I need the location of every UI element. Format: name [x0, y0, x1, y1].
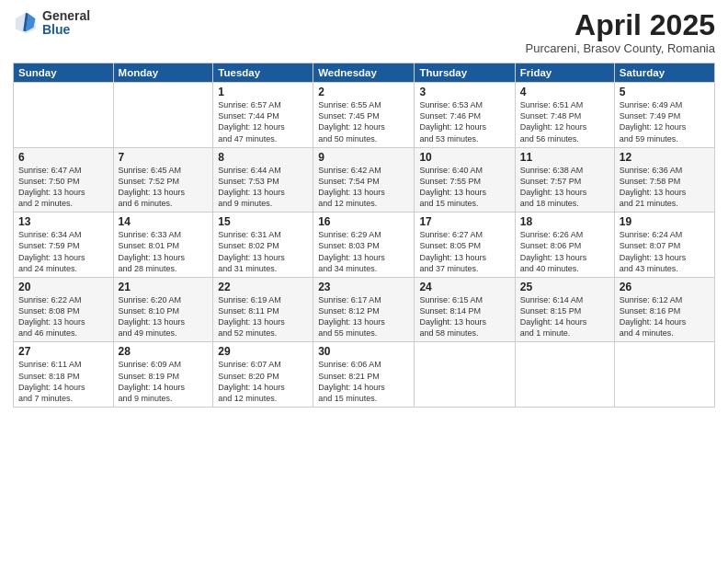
calendar-cell: 16Sunrise: 6:29 AM Sunset: 8:03 PM Dayli… [313, 213, 415, 278]
day-info: Sunrise: 6:40 AM Sunset: 7:55 PM Dayligh… [419, 165, 509, 210]
day-info: Sunrise: 6:15 AM Sunset: 8:14 PM Dayligh… [419, 294, 509, 339]
day-info: Sunrise: 6:06 AM Sunset: 8:21 PM Dayligh… [318, 359, 409, 404]
day-info: Sunrise: 6:12 AM Sunset: 8:16 PM Dayligh… [620, 294, 710, 339]
day-info: Sunrise: 6:26 AM Sunset: 8:06 PM Dayligh… [520, 229, 609, 274]
day-number: 23 [318, 281, 409, 293]
calendar-cell: 22Sunrise: 6:19 AM Sunset: 8:11 PM Dayli… [213, 277, 313, 342]
day-info: Sunrise: 6:57 AM Sunset: 7:44 PM Dayligh… [218, 99, 308, 144]
calendar-cell: 21Sunrise: 6:20 AM Sunset: 8:10 PM Dayli… [113, 277, 213, 342]
logo: General Blue [13, 9, 90, 38]
calendar-week-row: 13Sunrise: 6:34 AM Sunset: 7:59 PM Dayli… [14, 213, 715, 278]
title-block: April 2025 Purcareni, Brasov County, Rom… [526, 9, 715, 55]
calendar-cell: 26Sunrise: 6:12 AM Sunset: 8:16 PM Dayli… [614, 277, 714, 342]
day-number: 10 [419, 151, 509, 164]
day-number: 9 [318, 151, 409, 164]
col-friday: Friday [515, 63, 614, 83]
calendar-cell [515, 342, 614, 408]
day-number: 30 [318, 345, 409, 358]
day-info: Sunrise: 6:36 AM Sunset: 7:58 PM Dayligh… [620, 165, 710, 210]
day-info: Sunrise: 6:14 AM Sunset: 8:15 PM Dayligh… [520, 294, 609, 339]
calendar-cell: 8Sunrise: 6:44 AM Sunset: 7:53 PM Daylig… [213, 147, 313, 213]
calendar-cell: 17Sunrise: 6:27 AM Sunset: 8:05 PM Dayli… [415, 213, 515, 278]
calendar-week-row: 27Sunrise: 6:11 AM Sunset: 8:18 PM Dayli… [14, 342, 715, 408]
calendar-week-row: 1Sunrise: 6:57 AM Sunset: 7:44 PM Daylig… [14, 83, 715, 148]
day-number: 4 [520, 86, 609, 98]
calendar-cell: 4Sunrise: 6:51 AM Sunset: 7:48 PM Daylig… [515, 83, 614, 148]
logo-general-text: General [42, 9, 90, 23]
day-info: Sunrise: 6:17 AM Sunset: 8:12 PM Dayligh… [318, 294, 409, 339]
calendar-cell: 9Sunrise: 6:42 AM Sunset: 7:54 PM Daylig… [313, 147, 415, 213]
calendar-cell: 11Sunrise: 6:38 AM Sunset: 7:57 PM Dayli… [515, 147, 614, 213]
day-info: Sunrise: 6:53 AM Sunset: 7:46 PM Dayligh… [419, 99, 509, 144]
calendar-table: Sunday Monday Tuesday Wednesday Thursday… [13, 63, 715, 408]
day-number: 19 [620, 215, 710, 228]
day-info: Sunrise: 6:29 AM Sunset: 8:03 PM Dayligh… [318, 229, 409, 274]
day-number: 29 [218, 345, 308, 358]
calendar-cell [415, 342, 515, 408]
calendar-cell [14, 83, 114, 148]
day-info: Sunrise: 6:22 AM Sunset: 8:08 PM Dayligh… [18, 294, 108, 339]
day-number: 17 [419, 215, 509, 228]
logo-icon [13, 10, 39, 36]
day-info: Sunrise: 6:33 AM Sunset: 8:01 PM Dayligh… [119, 229, 209, 274]
day-number: 8 [218, 151, 308, 164]
calendar-cell: 25Sunrise: 6:14 AM Sunset: 8:15 PM Dayli… [515, 277, 614, 342]
day-info: Sunrise: 6:07 AM Sunset: 8:20 PM Dayligh… [218, 359, 308, 404]
day-info: Sunrise: 6:47 AM Sunset: 7:50 PM Dayligh… [18, 165, 108, 210]
logo-blue-text: Blue [42, 23, 90, 37]
logo-text: General Blue [42, 9, 90, 38]
day-number: 21 [119, 281, 209, 293]
day-info: Sunrise: 6:19 AM Sunset: 8:11 PM Dayligh… [218, 294, 308, 339]
day-number: 14 [119, 215, 209, 228]
calendar-cell: 19Sunrise: 6:24 AM Sunset: 8:07 PM Dayli… [614, 213, 714, 278]
day-info: Sunrise: 6:31 AM Sunset: 8:02 PM Dayligh… [218, 229, 308, 274]
day-number: 6 [18, 151, 108, 164]
day-number: 25 [520, 281, 609, 293]
calendar-cell [113, 83, 213, 148]
day-number: 5 [620, 86, 710, 98]
day-number: 24 [419, 281, 509, 293]
calendar-cell: 30Sunrise: 6:06 AM Sunset: 8:21 PM Dayli… [313, 342, 415, 408]
calendar-cell: 23Sunrise: 6:17 AM Sunset: 8:12 PM Dayli… [313, 277, 415, 342]
calendar-cell: 2Sunrise: 6:55 AM Sunset: 7:45 PM Daylig… [313, 83, 415, 148]
calendar-cell: 20Sunrise: 6:22 AM Sunset: 8:08 PM Dayli… [14, 277, 114, 342]
calendar-cell: 5Sunrise: 6:49 AM Sunset: 7:49 PM Daylig… [614, 83, 714, 148]
calendar-week-row: 20Sunrise: 6:22 AM Sunset: 8:08 PM Dayli… [14, 277, 715, 342]
page: General Blue April 2025 Purcareni, Braso… [0, 0, 728, 563]
calendar-cell: 29Sunrise: 6:07 AM Sunset: 8:20 PM Dayli… [213, 342, 313, 408]
day-info: Sunrise: 6:27 AM Sunset: 8:05 PM Dayligh… [419, 229, 509, 274]
day-info: Sunrise: 6:45 AM Sunset: 7:52 PM Dayligh… [119, 165, 209, 210]
day-info: Sunrise: 6:42 AM Sunset: 7:54 PM Dayligh… [318, 165, 409, 210]
day-number: 13 [18, 215, 108, 228]
day-number: 11 [520, 151, 609, 164]
day-number: 18 [520, 215, 609, 228]
calendar-cell: 18Sunrise: 6:26 AM Sunset: 8:06 PM Dayli… [515, 213, 614, 278]
day-number: 12 [620, 151, 710, 164]
day-number: 22 [218, 281, 308, 293]
day-number: 3 [419, 86, 509, 98]
day-info: Sunrise: 6:44 AM Sunset: 7:53 PM Dayligh… [218, 165, 308, 210]
calendar-cell: 15Sunrise: 6:31 AM Sunset: 8:02 PM Dayli… [213, 213, 313, 278]
calendar-cell: 10Sunrise: 6:40 AM Sunset: 7:55 PM Dayli… [415, 147, 515, 213]
day-info: Sunrise: 6:38 AM Sunset: 7:57 PM Dayligh… [520, 165, 609, 210]
calendar-cell: 7Sunrise: 6:45 AM Sunset: 7:52 PM Daylig… [113, 147, 213, 213]
day-number: 15 [218, 215, 308, 228]
day-number: 28 [119, 345, 209, 358]
calendar-cell: 27Sunrise: 6:11 AM Sunset: 8:18 PM Dayli… [14, 342, 114, 408]
header: General Blue April 2025 Purcareni, Braso… [13, 9, 715, 55]
day-number: 26 [620, 281, 710, 293]
day-info: Sunrise: 6:24 AM Sunset: 8:07 PM Dayligh… [620, 229, 710, 274]
day-number: 27 [18, 345, 108, 358]
day-info: Sunrise: 6:11 AM Sunset: 8:18 PM Dayligh… [18, 359, 108, 404]
day-number: 1 [218, 86, 308, 98]
col-monday: Monday [113, 63, 213, 83]
day-number: 7 [119, 151, 209, 164]
col-sunday: Sunday [14, 63, 114, 83]
calendar-cell: 13Sunrise: 6:34 AM Sunset: 7:59 PM Dayli… [14, 213, 114, 278]
location-subtitle: Purcareni, Brasov County, Romania [526, 41, 715, 55]
day-info: Sunrise: 6:49 AM Sunset: 7:49 PM Dayligh… [620, 99, 710, 144]
col-wednesday: Wednesday [313, 63, 415, 83]
calendar-cell: 6Sunrise: 6:47 AM Sunset: 7:50 PM Daylig… [14, 147, 114, 213]
calendar-cell [614, 342, 714, 408]
calendar-cell: 3Sunrise: 6:53 AM Sunset: 7:46 PM Daylig… [415, 83, 515, 148]
